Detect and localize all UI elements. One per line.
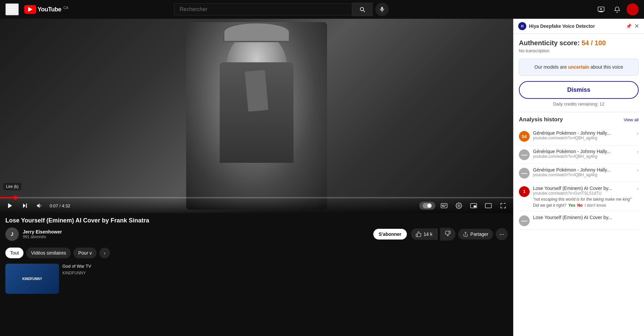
mic-icon — [379, 6, 385, 12]
history-item-1[interactable]: — Générique Pokémon - Johnny Hally... yo… — [519, 145, 639, 164]
main-layout: Lire (k) 0:07 / 4:32 — [0, 19, 644, 336]
share-icon — [463, 231, 468, 237]
extension-logo: H — [518, 22, 526, 30]
channel-row: J Jerry Eisenhower 991 abonnés S'abonner… — [5, 227, 508, 241]
feedback-idk-3[interactable]: I don't know — [585, 203, 606, 208]
thumb-channel-label-1: KINDFUNNY — [22, 277, 42, 281]
below-video: Lose Yourself (Eminem) AI Cover by Frank… — [0, 213, 513, 245]
svg-rect-15 — [485, 203, 491, 208]
history-item-2[interactable]: — Générique Pokémon - Johnny Hally... yo… — [519, 164, 639, 182]
history-item-0[interactable]: 54 Générique Pokémon - Johnny Hally... y… — [519, 127, 639, 145]
svg-marker-7 — [37, 203, 40, 208]
thumbs-down-icon — [445, 230, 451, 237]
history-item-3[interactable]: 1 Lose Yourself (Eminem) AI Cover by... … — [519, 182, 639, 211]
fullscreen-button[interactable] — [497, 200, 509, 212]
history-info-4: Lose Yourself (Eminem) AI Cover by... — [533, 215, 639, 220]
uncertain-box: Our models are uncertain about this voic… — [519, 59, 639, 76]
extension-panel: H Hiya Deepfake Voice Detector 📌 ✕ Authe… — [513, 19, 644, 336]
dismiss-button[interactable]: Dismiss — [519, 81, 639, 99]
feedback-yes-3[interactable]: Yes — [568, 203, 575, 208]
theater-icon — [485, 203, 492, 208]
feedback-no-3[interactable]: No — [577, 203, 583, 208]
create-button[interactable] — [594, 3, 608, 16]
svg-rect-8 — [441, 203, 447, 208]
thumbs-up-icon — [416, 231, 422, 237]
search-input[interactable] — [174, 4, 352, 15]
share-label: Partager — [470, 231, 488, 237]
feedback-label-3: Did we get it right? — [533, 203, 566, 208]
extension-body: Authenticity score: 54 / 100 No transcri… — [514, 34, 644, 336]
score-label: Authenticity score: — [519, 39, 580, 47]
volume-button[interactable] — [34, 200, 46, 212]
youtube-logo[interactable]: YouTube CA — [24, 5, 68, 14]
hamburger-menu[interactable] — [5, 3, 19, 15]
history-url-2: youtube.com/watch?v=lQBH_ag4lrg — [533, 173, 634, 177]
video-title: Lose Yourself (Eminem) AI Cover by Frank… — [5, 217, 508, 224]
youtube-logo-text: YouTube — [38, 6, 61, 13]
history-badge-0: 54 — [519, 131, 530, 142]
history-title-0: Générique Pokémon - Johnny Hally... — [533, 130, 634, 136]
filter-pill-tout[interactable]: Tout — [5, 248, 23, 258]
search-bar — [174, 3, 389, 16]
share-button[interactable]: Partager — [458, 229, 493, 240]
subscribe-button[interactable]: S'abonner — [373, 229, 407, 240]
thumb-title-1: God of War TV — [62, 264, 91, 269]
subtitles-button[interactable] — [438, 200, 450, 212]
user-avatar[interactable] — [627, 3, 639, 15]
play-icon — [7, 202, 13, 209]
history-url-0: youtube.com/watch?v=lQBH_ag4lrg — [533, 136, 634, 140]
divider — [519, 112, 639, 112]
more-options-button[interactable]: ··· — [496, 228, 508, 240]
filter-row: Tout Vidéos similaires Pour v › — [0, 245, 513, 261]
notifications-button[interactable] — [610, 3, 624, 16]
history-chevron-2: › — [637, 167, 639, 173]
history-item-4[interactable]: — Lose Yourself (Eminem) AI Cover by... — [519, 211, 639, 230]
filter-pill-similaires[interactable]: Vidéos similaires — [26, 248, 71, 258]
uncertain-after: about this voice — [589, 64, 623, 70]
like-button[interactable]: 14 k — [411, 228, 437, 240]
svg-rect-14 — [474, 205, 476, 207]
theater-button[interactable] — [482, 200, 494, 212]
authenticity-score-section: Authenticity score: 54 / 100 No transcri… — [519, 39, 639, 53]
pin-icon[interactable]: 📌 — [626, 23, 632, 29]
dislike-button[interactable] — [440, 228, 455, 241]
mic-button[interactable] — [375, 3, 389, 16]
video-player[interactable]: Lire (k) 0:07 / 4:32 — [0, 19, 513, 213]
history-title-1: Générique Pokémon - Johnny Hally... — [533, 149, 634, 154]
history-badge-3: 1 — [519, 186, 530, 197]
filter-next-button[interactable]: › — [99, 248, 110, 258]
history-title-4: Lose Yourself (Eminem) AI Cover by... — [533, 215, 639, 220]
youtube-logo-icon — [24, 5, 36, 14]
history-quote-3: "not escaping this world is for the taki… — [533, 197, 634, 202]
analysis-history-title: Analysis history — [519, 116, 563, 123]
thumb-text-1: God of War TV KINDFUNNY — [62, 264, 91, 275]
close-button[interactable]: ✕ — [634, 23, 639, 29]
search-icon — [359, 6, 366, 13]
svg-rect-10 — [445, 205, 446, 206]
autoplay-toggle[interactable] — [419, 202, 435, 210]
history-url-1: youtube.com/watch?v=lQBH_ag4lrg — [533, 154, 634, 159]
extension-header: H Hiya Deepfake Voice Detector 📌 ✕ — [514, 19, 644, 34]
youtube-country-label: CA — [63, 6, 68, 10]
history-badge-4: — — [519, 215, 530, 226]
history-chevron-1: › — [637, 149, 639, 155]
analysis-history-header: Analysis history View all — [519, 116, 639, 123]
view-all-link[interactable]: View all — [624, 117, 639, 122]
uncertain-word: uncertain — [568, 64, 589, 70]
svg-rect-11 — [442, 206, 445, 207]
settings-button[interactable] — [453, 200, 465, 212]
search-button[interactable] — [352, 3, 373, 16]
no-transcription-label: No transcription — [519, 48, 639, 53]
history-chevron-3: › — [637, 186, 639, 192]
time-display: 0:07 / 4:32 — [50, 203, 70, 208]
history-badge-2: — — [519, 168, 530, 179]
settings-icon — [455, 202, 462, 209]
play-button[interactable] — [4, 200, 16, 212]
volume-icon — [36, 202, 43, 209]
filter-pill-pour[interactable]: Pour v — [73, 248, 96, 258]
next-button[interactable] — [19, 200, 31, 212]
video-thumbnail — [186, 22, 327, 210]
history-info-0: Générique Pokémon - Johnny Hally... yout… — [533, 130, 634, 140]
miniplayer-button[interactable] — [468, 200, 480, 212]
history-title-2: Générique Pokémon - Johnny Hally... — [533, 167, 634, 173]
